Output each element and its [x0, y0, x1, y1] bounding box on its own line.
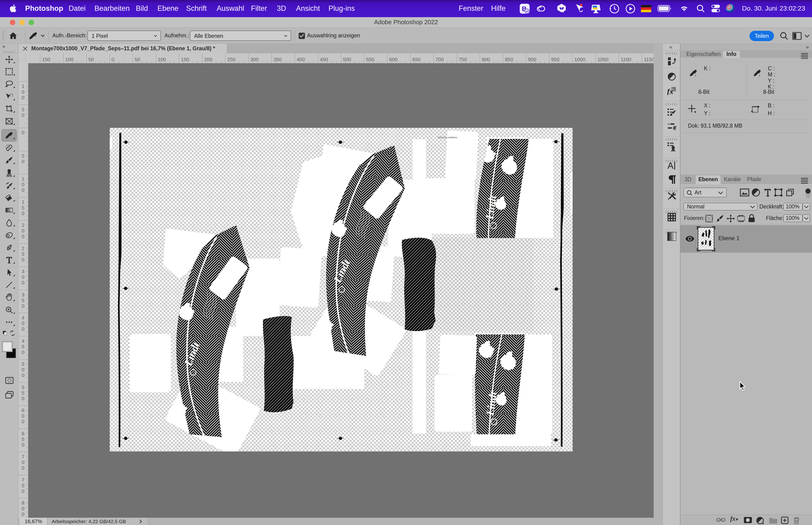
svg-text:7: 7 — [21, 454, 25, 459]
svg-text:1000: 1000 — [574, 57, 585, 62]
svg-text:0: 0 — [21, 396, 25, 401]
svg-text:0: 0 — [21, 130, 25, 135]
svg-text:0: 0 — [21, 274, 25, 280]
svg-text:4: 4 — [21, 338, 25, 344]
svg-text:950: 950 — [551, 57, 560, 62]
svg-text:0: 0 — [21, 320, 25, 326]
svg-text:5: 5 — [21, 361, 25, 366]
svg-text:0: 0 — [21, 413, 25, 419]
svg-text:0: 0 — [21, 228, 25, 234]
svg-text:0: 0 — [21, 234, 25, 239]
svg-text:700: 700 — [435, 57, 444, 62]
svg-text:200: 200 — [204, 57, 212, 62]
svg-text:0: 0 — [21, 367, 25, 372]
svg-text:0: 0 — [21, 280, 25, 285]
svg-text:8: 8 — [21, 500, 25, 506]
svg-text:5: 5 — [21, 385, 25, 390]
svg-text:0: 0 — [21, 373, 25, 378]
svg-text:1150: 1150 — [644, 57, 654, 62]
svg-text:5: 5 — [21, 436, 25, 442]
svg-text:0: 0 — [21, 211, 25, 216]
svg-text:7: 7 — [21, 477, 25, 482]
svg-text:400: 400 — [297, 57, 305, 62]
svg-text:A: A — [668, 161, 674, 170]
svg-text:150: 150 — [42, 57, 50, 62]
svg-text:0: 0 — [21, 349, 25, 355]
svg-text:6: 6 — [21, 431, 25, 436]
svg-text:5: 5 — [21, 390, 25, 395]
svg-text:5: 5 — [21, 344, 25, 349]
svg-text:2: 2 — [21, 222, 25, 228]
svg-text:0: 0 — [21, 419, 25, 424]
svg-text:0: 0 — [21, 442, 25, 448]
svg-text:300: 300 — [250, 57, 259, 62]
svg-text:1: 1 — [21, 84, 25, 89]
svg-text:100: 100 — [158, 57, 166, 62]
svg-text:550: 550 — [366, 57, 374, 62]
svg-text:4: 4 — [21, 315, 25, 320]
svg-text:0: 0 — [21, 159, 25, 164]
svg-text:750: 750 — [459, 57, 467, 62]
svg-text:650: 650 — [412, 57, 420, 62]
svg-text:350: 350 — [274, 57, 282, 62]
svg-text:150: 150 — [181, 57, 189, 62]
svg-text:0: 0 — [21, 460, 25, 465]
svg-text:fx: fx — [667, 87, 673, 95]
svg-text:5: 5 — [21, 107, 25, 112]
svg-text:100: 100 — [65, 57, 74, 62]
svg-text:0: 0 — [21, 511, 25, 517]
svg-text:850: 850 — [505, 57, 513, 62]
svg-text:3: 3 — [21, 269, 25, 274]
svg-text:6: 6 — [21, 407, 25, 413]
svg-text:450: 450 — [320, 57, 328, 62]
svg-text:3: 3 — [21, 292, 25, 297]
svg-text:PIGMENT COATING: PIGMENT COATING — [438, 136, 457, 139]
svg-text:0: 0 — [21, 326, 25, 332]
svg-text:5: 5 — [21, 298, 25, 303]
svg-text:50: 50 — [135, 57, 140, 62]
svg-text:0: 0 — [112, 57, 114, 62]
svg-text:0: 0 — [21, 89, 25, 94]
svg-text:0: 0 — [21, 182, 25, 187]
svg-text:1: 1 — [21, 176, 25, 181]
svg-text:1100: 1100 — [621, 57, 631, 62]
svg-text:0: 0 — [21, 488, 25, 494]
svg-text:5: 5 — [21, 205, 25, 210]
svg-text:5: 5 — [21, 153, 25, 159]
svg-text:50: 50 — [88, 57, 94, 62]
svg-text:5: 5 — [21, 483, 25, 488]
svg-text:1: 1 — [21, 199, 25, 205]
svg-text:900: 900 — [528, 57, 536, 62]
svg-text:0: 0 — [21, 303, 25, 309]
svg-text:0: 0 — [21, 465, 25, 470]
svg-text:5: 5 — [21, 251, 25, 257]
svg-text:250: 250 — [227, 57, 235, 62]
svg-text:0: 0 — [21, 95, 25, 100]
svg-text:0: 0 — [21, 187, 25, 193]
svg-text:1050: 1050 — [597, 57, 609, 62]
svg-text:0: 0 — [21, 506, 25, 511]
svg-text:600: 600 — [389, 57, 398, 62]
svg-text:500: 500 — [343, 57, 351, 62]
svg-text:0: 0 — [21, 257, 25, 262]
svg-text:800: 800 — [482, 57, 490, 62]
svg-text:2: 2 — [21, 245, 25, 251]
svg-text:0: 0 — [21, 112, 25, 118]
